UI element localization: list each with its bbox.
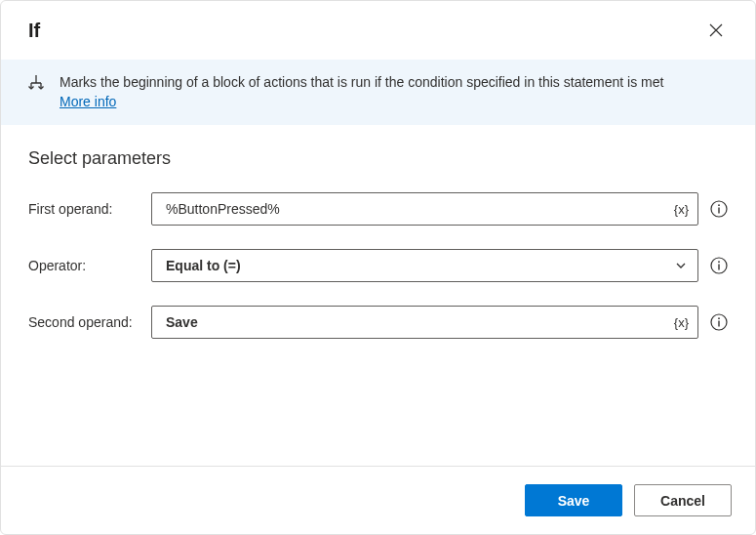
- variable-picker-icon[interactable]: {x}: [674, 315, 689, 330]
- save-button[interactable]: Save: [525, 484, 622, 516]
- variable-picker-icon[interactable]: {x}: [674, 202, 689, 217]
- info-icon[interactable]: [710, 200, 728, 218]
- close-button[interactable]: [700, 15, 732, 46]
- svg-point-1: [718, 204, 720, 206]
- operator-value: Equal to (=): [166, 258, 241, 273]
- second-operand-label: Second operand:: [28, 314, 151, 330]
- dialog-title: If: [28, 20, 40, 42]
- if-dialog: If Marks the beginning of a block of act…: [0, 0, 756, 535]
- second-operand-input[interactable]: [151, 306, 698, 339]
- info-banner: Marks the beginning of a block of action…: [1, 60, 755, 125]
- operator-label: Operator:: [28, 258, 151, 273]
- banner-description: Marks the beginning of a block of action…: [60, 74, 663, 90]
- more-info-link[interactable]: More info: [60, 94, 116, 109]
- first-operand-row: First operand: {x}: [28, 192, 728, 226]
- dialog-header: If: [1, 1, 755, 60]
- svg-rect-5: [718, 265, 719, 270]
- close-icon: [709, 23, 723, 37]
- section-heading: Select parameters: [28, 148, 728, 169]
- condition-icon: [28, 75, 44, 95]
- operator-row: Operator: Equal to (=): [28, 249, 728, 282]
- dialog-body: Select parameters First operand: {x} Ope…: [1, 125, 755, 466]
- first-operand-input[interactable]: [151, 192, 698, 226]
- svg-point-4: [718, 261, 720, 263]
- cancel-button[interactable]: Cancel: [634, 484, 732, 516]
- banner-text: Marks the beginning of a block of action…: [60, 73, 663, 111]
- info-icon[interactable]: [710, 257, 728, 274]
- second-operand-row: Second operand: {x}: [28, 306, 728, 339]
- svg-point-7: [718, 317, 720, 319]
- svg-rect-2: [718, 208, 719, 214]
- first-operand-label: First operand:: [28, 201, 151, 217]
- svg-rect-8: [718, 321, 719, 327]
- dialog-footer: Save Cancel: [1, 466, 755, 534]
- info-icon[interactable]: [710, 313, 728, 331]
- operator-select[interactable]: Equal to (=): [151, 249, 698, 282]
